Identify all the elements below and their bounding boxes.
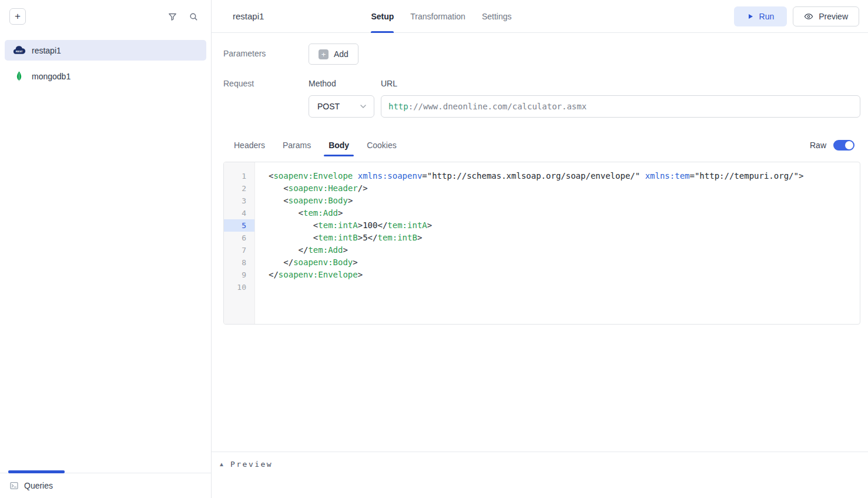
code-line[interactable]: <tem:intA>100</tem:intA> xyxy=(269,219,860,232)
preview-pane-toggle[interactable]: ▲ Preview xyxy=(212,452,868,498)
search-button[interactable] xyxy=(185,8,202,25)
request-subtabs: Headers Params Body Cookies Raw xyxy=(223,136,860,154)
code-line[interactable]: <soapenv:Envelope xmlns:soapenv="http://… xyxy=(269,170,860,182)
new-query-button[interactable]: + xyxy=(9,8,26,25)
svg-text:REST: REST xyxy=(15,50,22,53)
play-icon xyxy=(747,13,754,20)
url-scheme-text: http xyxy=(388,102,408,111)
request-label: Request xyxy=(223,79,309,118)
tab-setup[interactable]: Setup xyxy=(371,0,394,33)
code-line[interactable]: <soapenv:Body> xyxy=(269,195,860,207)
sidebar-item-restapi1[interactable]: REST restapi1 xyxy=(5,40,206,61)
run-button[interactable]: Run xyxy=(734,6,787,26)
url-label: URL xyxy=(381,79,860,88)
editor-gutter: 12345678910 xyxy=(224,162,255,324)
line-number: 10 xyxy=(224,281,254,293)
sidebar-item-mongodb1[interactable]: mongodb1 xyxy=(5,66,206,86)
tab-headers[interactable]: Headers xyxy=(233,136,266,154)
add-parameter-button[interactable]: + Add xyxy=(309,44,358,65)
eye-icon xyxy=(804,12,813,21)
sidebar-header: + xyxy=(0,0,211,33)
method-label: Method xyxy=(309,79,374,88)
code-line[interactable]: <tem:Add> xyxy=(269,207,860,219)
line-number: 7 xyxy=(224,244,254,256)
editor-code[interactable]: <soapenv:Envelope xmlns:soapenv="http://… xyxy=(255,162,860,324)
run-button-label: Run xyxy=(759,12,775,21)
main-header: restapi1 Setup Transformation Settings R… xyxy=(212,0,868,33)
queries-tab-label: Queries xyxy=(24,481,53,490)
add-button-label: Add xyxy=(334,49,348,59)
line-number: 8 xyxy=(224,256,254,269)
filter-button[interactable] xyxy=(164,8,180,25)
code-line[interactable]: </soapenv:Body> xyxy=(269,256,860,269)
filter-icon xyxy=(167,12,177,22)
tab-body[interactable]: Body xyxy=(327,136,350,154)
sidebar-item-label: restapi1 xyxy=(32,46,61,55)
line-number: 4 xyxy=(224,207,254,219)
main-panel: restapi1 Setup Transformation Settings R… xyxy=(212,0,868,498)
line-number: 1 xyxy=(224,170,254,182)
tab-settings[interactable]: Settings xyxy=(482,0,512,33)
query-list: REST restapi1 mongodb1 xyxy=(0,33,211,473)
line-number: 3 xyxy=(224,195,254,207)
setup-content: Parameters + Add Request Method POST xyxy=(212,33,868,452)
queries-icon xyxy=(9,481,19,490)
tab-params[interactable]: Params xyxy=(281,136,312,154)
rest-api-icon: REST xyxy=(12,44,26,58)
code-line[interactable]: </soapenv:Envelope> xyxy=(269,269,860,281)
plus-icon: + xyxy=(319,49,329,59)
line-number: 2 xyxy=(224,182,254,195)
raw-label: Raw xyxy=(810,141,826,150)
toggle-knob xyxy=(845,141,853,149)
raw-toggle-group: Raw xyxy=(810,140,860,151)
raw-toggle[interactable] xyxy=(833,140,854,151)
chevron-down-icon xyxy=(358,102,368,111)
sidebar-item-label: mongodb1 xyxy=(32,72,71,81)
search-icon xyxy=(189,12,199,22)
line-number: 9 xyxy=(224,269,254,281)
tab-cookies[interactable]: Cookies xyxy=(366,136,398,154)
method-field: Method POST xyxy=(309,79,374,118)
code-line[interactable] xyxy=(269,281,860,293)
code-line[interactable]: <soapenv:Header/> xyxy=(269,182,860,195)
sidebar: + REST restapi1 xyxy=(0,0,212,498)
url-input[interactable]: http://www.dneonline.com/calculator.asmx xyxy=(381,95,860,118)
top-tabs: Setup Transformation Settings xyxy=(363,0,520,33)
parameters-label: Parameters xyxy=(223,44,309,58)
header-actions: Run Preview xyxy=(734,6,859,26)
url-field: URL http://www.dneonline.com/calculator.… xyxy=(381,79,860,118)
request-row: Request Method POST URL xyxy=(223,79,860,118)
request-fields: Method POST URL http://www.dneonline.com… xyxy=(309,79,860,118)
preview-button[interactable]: Preview xyxy=(793,6,859,26)
line-number: 6 xyxy=(224,232,254,244)
code-line[interactable]: <tem:intB>5</tem:intB> xyxy=(269,232,860,244)
preview-button-label: Preview xyxy=(819,12,848,21)
active-tab-indicator xyxy=(8,470,65,473)
tab-transformation[interactable]: Transformation xyxy=(410,0,465,33)
app-window: + REST restapi1 xyxy=(0,0,868,498)
method-value: POST xyxy=(317,102,340,111)
parameters-row: Parameters + Add xyxy=(223,44,860,65)
preview-pane-label: Preview xyxy=(230,460,273,469)
body-code-editor[interactable]: 12345678910 <soapenv:Envelope xmlns:soap… xyxy=(223,162,860,325)
url-rest-text: ://www.dneonline.com/calculator.asmx xyxy=(408,102,587,111)
code-line[interactable]: </tem:Add> xyxy=(269,244,860,256)
mongodb-icon xyxy=(12,69,26,83)
line-number: 5 xyxy=(224,219,254,232)
page-title: restapi1 xyxy=(233,11,264,21)
sidebar-footer-tab-queries[interactable]: Queries xyxy=(0,473,211,498)
collapse-up-icon: ▲ xyxy=(219,460,224,469)
method-select[interactable]: POST xyxy=(309,95,374,118)
